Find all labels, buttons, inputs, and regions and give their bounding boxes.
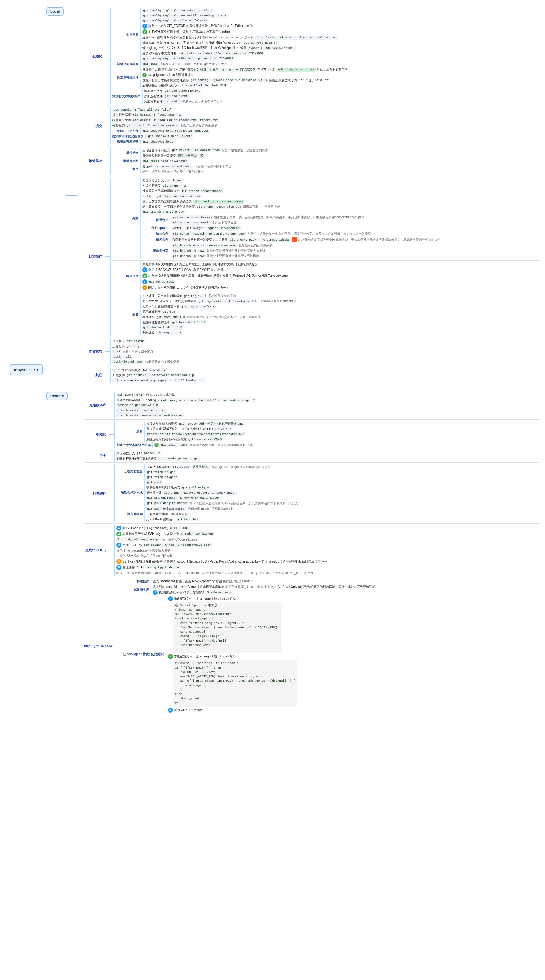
code-block2: # Source SSH settings, if applicable if … <box>168 660 539 707</box>
daily-label: 日常操作 <box>80 253 105 259</box>
desc: 注意标签是没有名字的 <box>205 294 236 298</box>
rename-body: git branch -M <branchname> <newname> 也是显… <box>170 243 539 259</box>
desc: 为 Contacts 分支最近一次提交创建标签 <box>142 299 196 304</box>
cmd-row: git checkout head readme.txt todo.txt <box>142 128 539 133</box>
badge-1: 1 <box>168 596 173 601</box>
cmd-row: git branch -M <branchname> <newname> 也是显… <box>172 243 539 248</box>
cmd-row: 添加所有文件 git add . 包括子目录，但不包括空目录 <box>144 99 539 104</box>
desc: 包括子目录，但不包括空目录 <box>183 100 223 104</box>
desc: 如果到有已经生成 SSH Key，先备份一个 <box>122 532 179 536</box>
desc: 把密钥粘贴到你的键盘上复制键盘 <box>159 590 205 595</box>
bg-merge: 后台合并 git merge --squash -no-commit <bran… <box>142 231 539 237</box>
cmd: git merge --squash <branchname> <box>185 226 242 230</box>
cmd-row: git archive --format=zip --prefix=nb1.0/… <box>113 378 539 383</box>
global-vars: 全局变量 git config --global user.name 'zahu… <box>113 8 539 61</box>
local-init: 初始化 全局变量 git config --global user.name '… <box>80 8 539 105</box>
cmd-row: 删除远程库的别名和相应分支 git remote rm <别名> <box>146 437 539 442</box>
divider <box>80 146 539 146</box>
desc: 解决 bash 控制符 git commit "无法在中文文件名 <box>142 41 208 45</box>
desc: 为两个人合作开发一个新的功能，需要在一分支上提多次，并发完成之后返后出并一次提交 <box>247 232 371 236</box>
desc: 添加单一文件 <box>144 89 163 93</box>
cmd-row: 反转提交回滚不提交 git revert --no-commit head 相当… <box>142 148 539 153</box>
cmd-row: 为应远程分支 git branch -r <box>116 451 539 456</box>
divider <box>84 462 539 463</box>
init-repo: 初始化新版本库 git init 只有在管理目录下创建一个名为 .git 文件夹… <box>113 61 539 67</box>
cmd-row: 解决 gitk 显示中文文件名 git config --global i18n… <box>142 51 539 56</box>
cmd: ssh git@github.com <box>146 565 180 570</box>
local-label: Local <box>46 7 64 16</box>
checkout-body2: git checkout head 't.txt' <box>145 134 539 139</box>
undo-label: 撤销修改 <box>80 158 105 164</box>
desc: 当作服务器使用时，事实该选项创建建 bare 库 <box>190 443 253 447</box>
badge: 3 <box>153 590 158 595</box>
desc: 例如: git clone d:\\gitb <box>146 393 176 397</box>
commit-section: 提交 git commit -m "add all txt files" 提交到… <box>80 107 539 145</box>
cherry-body: 精选把多次提交只选一次提交到上层分支 git cherry-pick --no-… <box>170 237 539 243</box>
cmd: git pull origin <box>181 486 210 490</box>
cmd: git branch <box>165 178 184 183</box>
cmd-row: git pull d:\gitb master 由于子提款从远程库获取时不会自动… <box>146 501 539 506</box>
cancel-body: git reset head <filename> <box>140 158 539 163</box>
create-label: 创建新库 <box>123 579 151 584</box>
revert: 反转提交 反转提交回滚不提交 git revert --no-commit he… <box>113 148 539 158</box>
bare-section: 创建一个无本地分支的库 ✓ git init --bare 当作服务器使用时，事… <box>116 442 539 447</box>
desc: 重启 Git Bash 控制台 <box>174 708 203 712</box>
desc: 能使用到的功能个是相当的多个~"相当于删~" <box>142 170 204 174</box>
badge-4: 4 <box>116 559 121 564</box>
cmd-row: 4 删除之后手动的修改 .org 文件（冲突解决之前创建的备份） <box>142 285 539 291</box>
cherry-label: 精选合并 <box>142 237 170 242</box>
cmd: git fetch d:\gitb <box>146 475 178 479</box>
divider <box>84 577 539 577</box>
cmd: git commit -m "add msg to readme.txt" re… <box>132 118 219 122</box>
cmd-row: 获取从远程库获取 git fetch <远程库别名> 例如: git fetch… <box>146 464 539 469</box>
undo-body: 反转提交 反转提交回滚不提交 git revert --no-commit he… <box>110 147 539 175</box>
rename-label: 重命名分支 <box>142 248 170 253</box>
desc: 添加后自动添加配置 2 -r config <box>146 427 189 431</box>
cmd-row: 此 Git Bash 控制台！ git bash.bat <box>146 517 539 522</box>
cmd: git branch b1.1.1.1 <box>171 320 207 325</box>
cmd: git tag 1.1.4e/B1b5 <box>180 305 216 309</box>
cmd: git config --global color.ui 'always' <box>142 19 210 22</box>
create-body: 进入 Dashboard 标签，点击 New Repositony 按钮 免费的… <box>151 579 539 584</box>
badge: 4 <box>142 285 147 290</box>
rd-label: 日常操作 <box>84 490 109 496</box>
cmd: git checkout -b <branchname> <box>193 200 244 204</box>
cmd: git pull d:\gitb master <box>146 501 189 505</box>
desc: 在当前行执行 <box>257 68 276 72</box>
branch-section: 分支 为当前分支分支 git branch 为出所有分支 git branch … <box>113 178 539 259</box>
cmd: git branch -v <box>141 368 166 372</box>
cmd-row: git config --global user.name 'zahufan' <box>142 8 539 13</box>
cmd-row: 克隆之后自动添加 4 -r config remote.origin.fetch… <box>116 398 539 403</box>
cmd-row: git commit -m "add all txt files" <box>113 107 539 112</box>
cmd: git branch empty2 empty <box>142 210 185 214</box>
cmd-row: remote.origin.fetch=+refs/heads/*:refs/r… <box>146 432 539 437</box>
cmd-row: git pull <box>146 480 539 485</box>
desc: 修改 Git\et\cingdoc 文件 <box>209 41 242 45</box>
cmd-row: git fetch origin <box>146 469 539 474</box>
cmd-row: 为某不为历史提交创建标签 git tag 1.1.4e/B1b5 <box>142 304 539 309</box>
pull-body: git pull 获取合并到到到本地分支 git pull origin 操作后… <box>145 480 539 506</box>
cmd: git checkout head 't.txt' <box>147 134 193 138</box>
cmd: vim .git/info/exclude 文件 <box>180 83 227 88</box>
cmd: git branch -r <box>136 451 161 455</box>
desc: 解决 git log 命令中文文件名【只 bash 功能还用！】 <box>142 46 213 50</box>
cmd: $ ssh-keygen -p <box>206 590 235 595</box>
cmd: git config --global core.excludesfile 文件 <box>190 78 265 82</box>
desc: 切出分支 <box>142 194 155 198</box>
root-labels: msysGit1.7.1 <box>6 6 46 715</box>
other-label: 其它 <box>80 372 105 378</box>
badge-3: 3 <box>116 542 121 548</box>
desc: 克隆之后自动添加 4 -r config <box>116 398 156 402</box>
fetch-section: 从远程库获取 获取从远程库获取 git fetch <远程库别名> 例如: gi… <box>116 464 539 480</box>
other-body: 每个分支最后的提交 git branch -v 归档文件 git archive… <box>110 368 539 383</box>
cmd: git merge --squash -no-commit <bran/name… <box>172 232 246 236</box>
cmd: git archive --format=zip head>head.zip <box>126 373 195 377</box>
cmd-row: 解决 git log 命令中文文件名【只 bash 功能还用！】 在 Git\e… <box>142 46 539 51</box>
cmd: git checkout head. <box>142 140 176 144</box>
cmd-row: git merge --no-commit 合并后不自动提交 <box>172 220 539 225</box>
rename-branch: 重命名分支 git branch -M <branchname> <newnam… <box>142 243 539 259</box>
desc: 显示标签列表 <box>142 310 161 314</box>
cmd-row: 删除远程库中已经移除的分支 git remote prune origin <box>116 456 539 461</box>
cmd-row: branch.master.remote=origin <box>116 408 539 413</box>
divider <box>84 523 539 524</box>
